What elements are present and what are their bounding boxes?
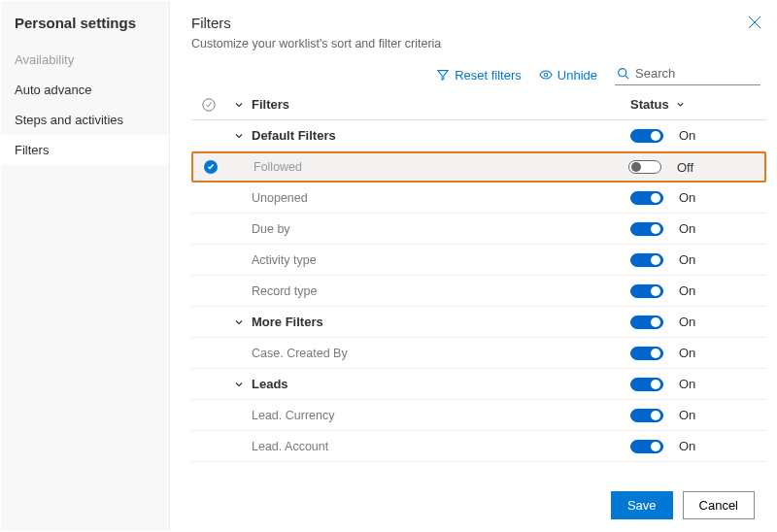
sidebar: Personal settings AvailabilityAuto advan… xyxy=(1,1,170,531)
table-header: Filters Status xyxy=(191,89,766,120)
filter-reset-icon xyxy=(436,68,450,82)
row-label: Leads xyxy=(252,377,630,391)
status-label: On xyxy=(679,439,695,453)
status-label: On xyxy=(679,346,695,360)
search-input[interactable]: Search xyxy=(615,64,760,85)
table-row[interactable]: LeadsOn xyxy=(191,369,766,400)
table-row[interactable]: Default FiltersOn xyxy=(191,120,766,151)
status-toggle[interactable] xyxy=(630,253,663,267)
row-label: Default Filters xyxy=(252,128,630,143)
sidebar-item-steps-and-activities[interactable]: Steps and activities xyxy=(1,105,169,135)
status-label: On xyxy=(679,315,695,329)
unhide-button[interactable]: Unhide xyxy=(539,68,597,83)
row-status: On xyxy=(630,408,766,422)
row-label: Due by xyxy=(252,222,630,236)
status-toggle[interactable] xyxy=(630,316,663,329)
table-row[interactable]: Due byOn xyxy=(191,214,766,245)
status-label: Off xyxy=(677,160,693,175)
svg-point-0 xyxy=(544,73,548,77)
row-label: Lead. Currency xyxy=(252,409,630,422)
table-row[interactable]: Activity typeOn xyxy=(191,245,766,276)
table-row[interactable]: UnopenedOn xyxy=(191,183,766,214)
chevron-down-icon xyxy=(675,99,686,110)
sidebar-title: Personal settings xyxy=(1,15,169,45)
column-header-filters[interactable]: Filters xyxy=(252,97,630,112)
row-status: On xyxy=(630,283,766,298)
close-icon[interactable] xyxy=(747,15,762,33)
sidebar-item-filters[interactable]: Filters xyxy=(1,135,169,165)
status-toggle[interactable] xyxy=(630,284,663,298)
status-toggle[interactable] xyxy=(630,222,663,236)
status-toggle[interactable] xyxy=(630,347,663,360)
table-row[interactable]: More FiltersOn xyxy=(191,307,766,338)
status-toggle[interactable] xyxy=(630,440,663,453)
expand-icon[interactable] xyxy=(226,316,252,328)
status-label: On xyxy=(679,221,695,236)
search-icon xyxy=(617,67,629,80)
row-label: Unopened xyxy=(252,191,630,205)
status-toggle[interactable] xyxy=(628,160,661,174)
expand-icon[interactable] xyxy=(226,379,252,390)
save-button[interactable]: Save xyxy=(611,491,673,519)
collapse-all-icon[interactable] xyxy=(226,99,252,111)
status-toggle[interactable] xyxy=(630,409,663,422)
svg-point-1 xyxy=(619,69,626,77)
status-label: On xyxy=(679,283,695,298)
status-label: On xyxy=(679,377,695,391)
status-toggle[interactable] xyxy=(630,191,663,205)
row-status: On xyxy=(630,346,766,360)
page-subtitle: Customize your worklist's sort and filte… xyxy=(191,37,766,50)
main-panel: Filters Customize your worklist's sort a… xyxy=(170,1,776,531)
reset-filters-button[interactable]: Reset filters xyxy=(436,68,522,83)
eye-icon xyxy=(539,68,553,82)
expand-icon[interactable] xyxy=(226,130,252,142)
sidebar-item-availability: Availability xyxy=(1,45,169,75)
row-checkbox[interactable] xyxy=(193,160,228,174)
footer: Save Cancel xyxy=(191,480,766,531)
row-status: On xyxy=(630,252,766,267)
status-toggle[interactable] xyxy=(630,129,663,143)
row-label: Activity type xyxy=(252,253,630,267)
row-label: More Filters xyxy=(252,315,630,329)
page-title: Filters xyxy=(191,15,766,31)
column-header-status[interactable]: Status xyxy=(630,97,766,112)
row-label: Record type xyxy=(252,284,630,298)
table-row[interactable]: Record typeOn xyxy=(191,276,766,307)
status-label: On xyxy=(679,408,695,422)
filters-table: Filters Status Default FiltersOnFollowed… xyxy=(191,89,766,480)
row-status: On xyxy=(630,315,766,329)
table-row[interactable]: FollowedOff xyxy=(191,151,766,183)
toolbar: Reset filters Unhide Search xyxy=(191,58,766,89)
cancel-button[interactable]: Cancel xyxy=(683,491,755,519)
status-label: On xyxy=(679,128,695,143)
status-toggle[interactable] xyxy=(630,378,663,391)
row-status: On xyxy=(630,190,766,205)
table-row[interactable]: Case. Created ByOn xyxy=(191,338,766,369)
table-row[interactable]: Lead. AccountOn xyxy=(191,431,766,462)
row-status: On xyxy=(630,221,766,236)
row-label: Followed xyxy=(253,160,628,174)
status-label: On xyxy=(679,252,695,267)
row-status: On xyxy=(630,377,766,391)
status-label: On xyxy=(679,190,695,205)
table-row[interactable]: Lead. CurrencyOn xyxy=(191,400,766,431)
sidebar-item-auto-advance[interactable]: Auto advance xyxy=(1,75,169,105)
row-status: On xyxy=(630,439,766,453)
row-label: Case. Created By xyxy=(252,347,630,360)
select-all-checkbox[interactable] xyxy=(191,98,226,112)
row-status: Off xyxy=(628,160,764,175)
row-status: On xyxy=(630,128,766,143)
row-label: Lead. Account xyxy=(252,440,630,453)
